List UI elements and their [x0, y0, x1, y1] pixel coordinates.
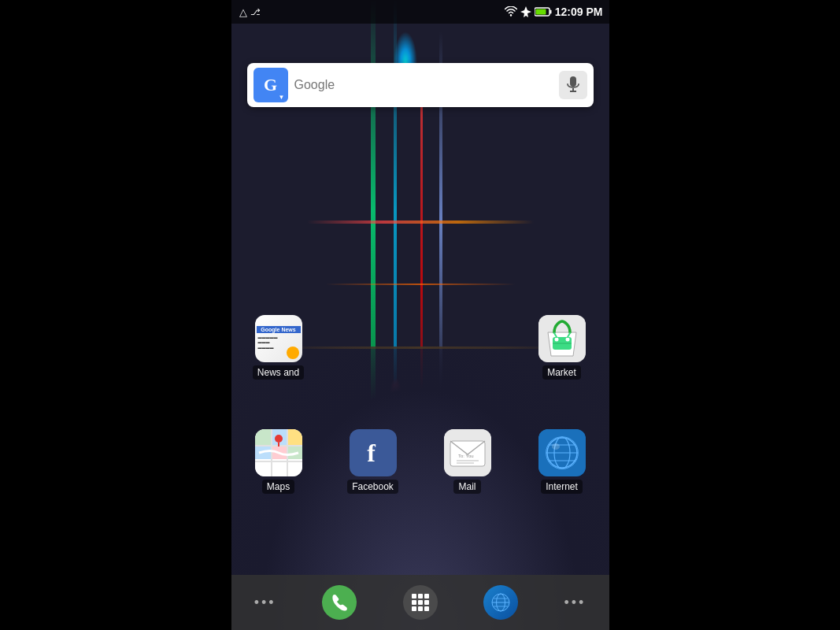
internet-app-label: Internet: [541, 480, 583, 494]
dock-apps-grid-icon: [403, 585, 438, 620]
apps-grid-icon: [410, 592, 431, 613]
battery-icon: [535, 7, 552, 17]
dock-left-dots[interactable]: •••: [248, 588, 283, 617]
apps-row-top: Google News ▬▬▬▬▬ ▬▬▬ ▬▬▬▬ News and: [247, 315, 594, 380]
dock-globe-icon: [490, 592, 511, 613]
dock-apps-button[interactable]: [397, 579, 444, 626]
dock-right-dots[interactable]: •••: [557, 588, 592, 617]
dock-internet-button[interactable]: [477, 579, 524, 626]
news-weather-icon: Google News ▬▬▬▬▬ ▬▬▬ ▬▬▬▬: [255, 315, 302, 362]
maps-app-label: Maps: [262, 480, 294, 494]
svg-point-0: [510, 14, 512, 16]
svg-rect-48: [424, 606, 429, 611]
google-logo-button[interactable]: G ▼: [253, 68, 288, 102]
svg-rect-18: [287, 429, 288, 476]
svg-point-10: [565, 338, 569, 342]
maps-map-icon: [255, 429, 302, 476]
svg-rect-45: [424, 600, 429, 605]
left-dots-label: •••: [254, 595, 276, 611]
status-icons-right: 12:09 PM: [505, 6, 603, 18]
svg-rect-16: [255, 461, 302, 462]
status-time: 12:09 PM: [555, 6, 603, 18]
svg-rect-21: [288, 429, 302, 445]
status-icons-left: △ ⎇: [239, 6, 261, 18]
phone-icon: [329, 592, 350, 613]
dock-internet-icon: [483, 585, 518, 620]
sync-icon: △: [239, 6, 247, 18]
market-bag-icon: [538, 315, 586, 362]
svg-rect-42: [424, 594, 429, 598]
svg-rect-19: [255, 429, 271, 445]
phone-screen: △ ⎇ 12:09 PM: [231, 0, 609, 630]
market-icon: [538, 315, 586, 362]
svg-point-25: [275, 435, 283, 443]
app-market[interactable]: Market: [531, 315, 594, 380]
mic-icon: [566, 76, 580, 94]
status-bar: △ ⎇ 12:09 PM: [231, 0, 609, 24]
apps-row-bottom: Maps f Facebook To: You: [247, 429, 594, 494]
svg-rect-44: [418, 600, 423, 605]
mic-button[interactable]: [559, 71, 587, 99]
facebook-icon: f: [350, 429, 397, 476]
mail-envelope-icon: To: You: [444, 429, 491, 476]
app-internet[interactable]: Internet: [531, 429, 594, 494]
svg-rect-47: [418, 606, 423, 611]
dock-phone-button[interactable]: [316, 579, 363, 626]
internet-globe-icon: [538, 429, 586, 476]
dropdown-arrow-icon: ▼: [279, 94, 285, 101]
search-bar[interactable]: G ▼: [247, 63, 594, 107]
svg-rect-3: [535, 9, 546, 15]
dock-phone-icon: [322, 585, 357, 620]
maps-icon: [255, 429, 302, 476]
svg-rect-43: [412, 600, 416, 605]
svg-rect-2: [550, 10, 551, 14]
wifi-icon: [505, 6, 517, 17]
search-input[interactable]: [294, 78, 553, 92]
airplane-icon: [520, 6, 531, 17]
app-mail[interactable]: To: You Mail: [436, 429, 499, 494]
svg-rect-4: [570, 76, 576, 87]
facebook-f-letter: f: [367, 439, 376, 468]
right-dots-label: •••: [564, 595, 586, 611]
svg-text:To: You: To: You: [458, 454, 474, 458]
google-g-letter: G: [264, 75, 277, 95]
usb-icon: ⎇: [250, 7, 261, 17]
app-news-and-weather[interactable]: Google News ▬▬▬▬▬ ▬▬▬ ▬▬▬▬ News and: [247, 315, 310, 380]
svg-point-39: [552, 443, 560, 450]
app-maps[interactable]: Maps: [247, 429, 310, 494]
app-facebook[interactable]: f Facebook: [342, 429, 405, 494]
market-app-label: Market: [542, 365, 581, 380]
svg-rect-46: [412, 606, 416, 611]
news-app-label: News and: [253, 365, 304, 380]
svg-rect-17: [271, 429, 272, 476]
facebook-app-label: Facebook: [347, 480, 398, 494]
svg-rect-40: [412, 594, 416, 598]
internet-icon: [538, 429, 586, 476]
svg-point-9: [554, 338, 558, 342]
mail-app-label: Mail: [453, 480, 480, 494]
svg-rect-41: [418, 594, 423, 598]
bottom-dock: •••: [231, 575, 609, 630]
mail-icon: To: You: [444, 429, 491, 476]
